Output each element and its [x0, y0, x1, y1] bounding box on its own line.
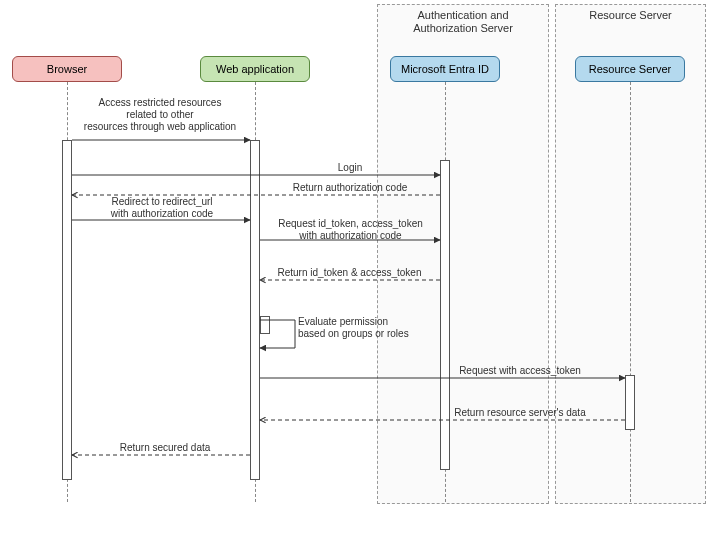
participant-entra-label: Microsoft Entra ID: [401, 63, 489, 75]
msg-return-secured-data: Return secured data: [80, 442, 250, 454]
msg-request-access-token: Request with access_token: [420, 365, 620, 377]
msg-redirect: Redirect to redirect_url with authorizat…: [77, 196, 247, 220]
lifeline-resource: [630, 82, 631, 502]
participant-entra: Microsoft Entra ID: [390, 56, 500, 82]
resource-container-label: Resource Server: [560, 9, 701, 22]
msg-access-resources: Access restricted resources related to o…: [72, 97, 248, 133]
msg-evaluate-permission: Evaluate permission based on groups or r…: [298, 316, 438, 340]
participant-resource-label: Resource Server: [589, 63, 672, 75]
auth-container-label: Authentication and Authorization Server: [382, 9, 544, 35]
msg-request-tokens: Request id_token, access_token with auth…: [263, 218, 438, 242]
activation-resource: [625, 375, 635, 430]
activation-webapp: [250, 140, 260, 480]
participant-browser-label: Browser: [47, 63, 87, 75]
participant-resource: Resource Server: [575, 56, 685, 82]
activation-browser: [62, 140, 72, 480]
activation-entra: [440, 160, 450, 470]
msg-return-tokens: Return id_token & access_token: [262, 267, 437, 279]
msg-login: Login: [260, 162, 440, 174]
selfmsg-note: [260, 316, 270, 334]
participant-browser: Browser: [12, 56, 122, 82]
msg-return-auth-code: Return authorization code: [260, 182, 440, 194]
msg-return-resource-data: Return resource server's data: [420, 407, 620, 419]
participant-webapp-label: Web application: [216, 63, 294, 75]
participant-webapp: Web application: [200, 56, 310, 82]
